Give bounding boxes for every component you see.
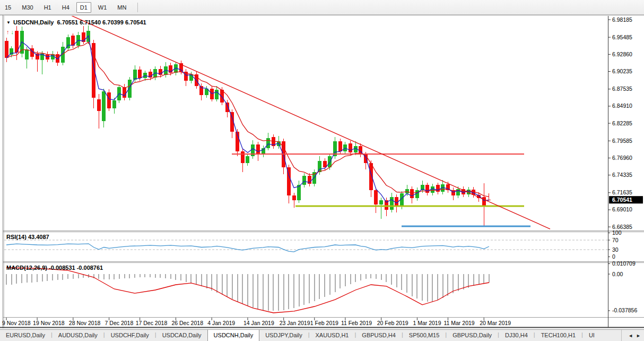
svg-text:6.71635: 6.71635 [612,189,632,195]
tab-gbpusd-daily[interactable]: GBPUSD,Daily [447,330,498,341]
svg-text:1 Mar 2019: 1 Mar 2019 [413,320,441,326]
svg-text:70: 70 [612,237,619,243]
trade-marker-down-icon: ↓ [11,29,14,35]
svg-text:30: 30 [612,246,619,253]
svg-text:6.66385: 6.66385 [612,224,632,230]
svg-text:6.69010: 6.69010 [612,206,632,212]
svg-text:100: 100 [612,229,622,236]
trading-terminal-window: 15M30H1H4D1W1MN 6.981856.954856.928606.9… [0,0,644,341]
rsi-indicator-label: RSI(14) 43.4087 [6,234,49,240]
svg-text:17 Dec 2018: 17 Dec 2018 [136,320,168,326]
svg-text:1 Feb 2019: 1 Feb 2019 [310,320,338,326]
timeframe-button-H1[interactable]: H1 [40,2,55,13]
tab-scroll-right-icon[interactable]: ► [636,333,641,338]
chart-window[interactable]: 6.981856.954856.928606.902356.875356.849… [0,15,644,329]
svg-text:0.010709: 0.010709 [612,260,636,267]
timeframe-toolbar: 15M30H1H4D1W1MN [0,0,644,15]
svg-text:4 Jan 2019: 4 Jan 2019 [207,320,235,326]
tab-xauusd-h1[interactable]: XAUUSD,H1 [310,330,355,341]
svg-text:23 Jan 2019: 23 Jan 2019 [280,320,310,326]
svg-text:11 Mar 2019: 11 Mar 2019 [443,320,474,326]
trade-marker-up-icon: ↑ [6,29,10,35]
svg-text:6.82285: 6.82285 [612,120,632,126]
svg-text:0.00: 0.00 [612,271,623,277]
svg-text:6.76960: 6.76960 [612,155,632,161]
toolbar-separator [137,3,138,12]
ohlc-values: 6.70551 6.71540 6.70399 6.70541 [57,19,146,25]
tab-sp500-m15[interactable]: SP500,M15 [403,330,445,341]
trade-arrow-markers: ↑↓ [6,29,15,35]
svg-text:14 Jan 2019: 14 Jan 2019 [243,320,274,326]
svg-text:-0.037856: -0.037856 [612,307,637,313]
tab-ui[interactable]: UI [583,330,601,341]
svg-text:9 Nov 2018: 9 Nov 2018 [2,320,31,326]
svg-text:0: 0 [612,253,615,260]
svg-text:11 Feb 2019: 11 Feb 2019 [341,320,372,326]
tab-usdcnh-daily[interactable]: USDCNH,Daily [207,330,260,341]
svg-text:7 Dec 2018: 7 Dec 2018 [105,320,134,326]
svg-text:6.79585: 6.79585 [612,138,632,144]
timeframe-button-MN[interactable]: MN [114,2,130,13]
svg-text:19 Nov 2018: 19 Nov 2018 [33,320,65,326]
current-price-label: 6.70541 [609,196,643,203]
svg-text:20 Mar 2019: 20 Mar 2019 [480,320,511,326]
tab-eurusd-daily[interactable]: EURUSD,Daily [0,330,51,341]
tab-scroll-left-icon[interactable]: ◄ [628,333,633,338]
svg-text:6.95485: 6.95485 [612,34,632,40]
tab-tech100-h1[interactable]: TECH100,H1 [535,330,581,341]
svg-text:6.74335: 6.74335 [612,172,632,178]
tab-usdjpy-daily[interactable]: USDJPY,Daily [259,330,308,341]
tab-usdcad-daily[interactable]: USDCAD,Daily [156,330,207,341]
tab-scroll-controls: ◄► [621,330,644,341]
svg-text:6.84910: 6.84910 [612,103,632,109]
price-chart-canvas[interactable]: 6.981856.954856.928606.902356.875356.849… [0,15,644,329]
svg-text:28 Nov 2018: 28 Nov 2018 [69,320,101,326]
tab-usdchf-daily[interactable]: USDCHF,Daily [105,330,155,341]
svg-text:20 Feb 2019: 20 Feb 2019 [377,320,408,326]
svg-text:6.98185: 6.98185 [612,16,632,23]
svg-text:6.92860: 6.92860 [612,51,632,57]
tab-gbpusd-h4[interactable]: GBPUSD,H4 [356,330,402,341]
svg-text:6.87535: 6.87535 [612,86,632,92]
svg-text:26 Dec 2018: 26 Dec 2018 [171,320,203,326]
chart-legend: ▼USDCNH,Daily 6.70551 6.71540 6.70399 6.… [6,19,146,25]
symbol-tab-bar: EURUSD,Daily|AUDUSD,Daily|USDCHF,Daily|U… [0,329,644,341]
tab-dj30-h4[interactable]: DJ30,H4 [499,330,534,341]
tab-audusd-daily[interactable]: AUDUSD,Daily [53,330,103,341]
symbol-dropdown-icon[interactable]: ▼ [6,20,11,25]
svg-text:6.70541: 6.70541 [612,197,632,203]
timeframe-button-H4[interactable]: H4 [58,2,73,13]
macd-indicator-label: MACD(12,26,9) -0.008531 -0.008761 [6,265,103,271]
timeframe-button-D1[interactable]: D1 [76,2,91,13]
svg-text:6.90235: 6.90235 [612,68,632,74]
timeframe-button-M30[interactable]: M30 [18,2,37,13]
symbol-name: USDCNH,Daily [13,19,54,25]
timeframe-button-W1[interactable]: W1 [94,2,111,13]
timeframe-button-15[interactable]: 15 [1,2,15,13]
